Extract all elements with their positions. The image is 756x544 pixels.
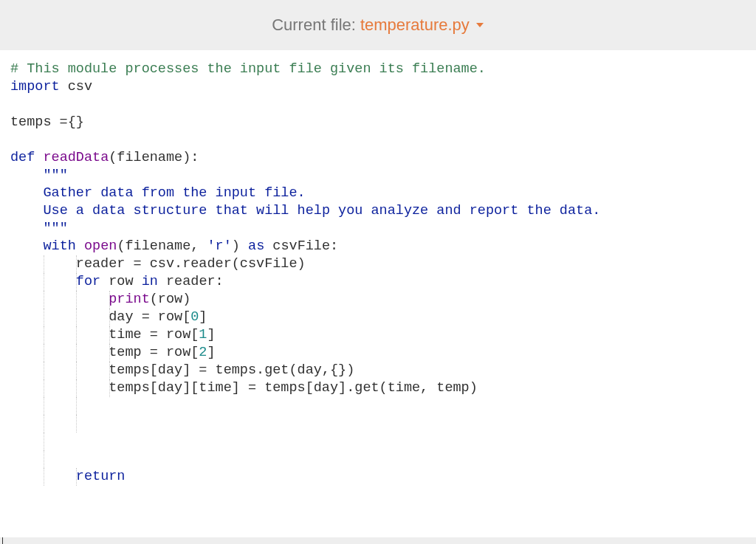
code-line[interactable]: Gather data from the input file. (10, 185, 756, 202)
code-token: reader = csv.reader(csvFile) (10, 256, 306, 272)
indent-guide (76, 468, 77, 486)
indent-guide (76, 379, 77, 397)
code-token: day = row[ (10, 309, 190, 325)
code-token: 0 (190, 309, 199, 325)
code-line[interactable]: """ (10, 167, 756, 185)
code-token: # This module processes the input file g… (10, 61, 486, 77)
code-token (10, 238, 43, 254)
caret-down-icon[interactable] (475, 21, 484, 30)
code-line[interactable]: day = row[0] (10, 309, 756, 326)
code-line[interactable]: temps ={} (10, 114, 756, 131)
code-line[interactable]: import csv (10, 78, 756, 96)
code-token: in (142, 274, 158, 289)
indent-guide (109, 362, 110, 379)
code-token: return (76, 469, 126, 484)
indent-guide (109, 344, 110, 362)
code-token: row (100, 274, 142, 289)
code-token: ] (207, 327, 215, 342)
code-token: (filename): (109, 150, 199, 165)
code-line[interactable]: temps[day][time] = temps[day].get(time, … (10, 379, 756, 397)
code-line[interactable]: temps[day] = temps.get(day,{}) (10, 362, 756, 379)
indent-guide (76, 309, 77, 326)
code-token: (row) (150, 292, 191, 307)
code-line[interactable]: temp = row[2] (10, 344, 756, 362)
code-token: ] (207, 345, 215, 360)
indent-guide (109, 379, 110, 397)
indent-guide (44, 415, 44, 433)
indent-guide (44, 468, 44, 486)
indent-guide (109, 291, 110, 309)
file-header: Current file: temperature.py (0, 0, 756, 50)
code-token: 'r' (207, 238, 232, 254)
code-token: import (10, 79, 60, 94)
code-line[interactable] (10, 96, 756, 114)
code-line[interactable]: reader = csv.reader(csvFile) (10, 255, 756, 273)
code-line[interactable] (10, 486, 756, 503)
code-token: temps ={} (10, 114, 84, 130)
code-line[interactable]: def readData(filename): (10, 149, 756, 167)
code-token: csv (60, 79, 92, 94)
code-token: ] (199, 309, 207, 325)
indent-guide (76, 362, 77, 379)
code-line[interactable] (10, 415, 756, 433)
file-label: Current file: (272, 16, 356, 35)
indent-guide (76, 415, 77, 433)
indent-guide (76, 255, 77, 273)
indent-guide (44, 255, 44, 273)
indent-guide (44, 397, 44, 415)
code-line[interactable] (10, 397, 756, 415)
code-line[interactable]: Use a data structure that will help you … (10, 202, 756, 220)
code-line[interactable]: print(row) (10, 291, 756, 309)
code-token: 1 (199, 327, 207, 342)
indent-guide (76, 273, 77, 291)
code-line[interactable] (10, 433, 756, 450)
indent-guide (44, 291, 44, 309)
code-token: readData (43, 150, 109, 165)
code-token (76, 238, 84, 254)
code-line[interactable]: # This module processes the input file g… (10, 61, 756, 78)
code-line[interactable]: """ (10, 220, 756, 238)
code-token: """ (43, 221, 67, 236)
code-line[interactable]: time = row[1] (10, 326, 756, 344)
indent-guide (44, 362, 44, 379)
code-token: temps[day] = temps.get(day,{}) (10, 362, 354, 378)
file-name-dropdown[interactable]: temperature.py (360, 16, 470, 35)
indent-guide (109, 326, 110, 344)
code-token (35, 150, 43, 165)
code-line[interactable]: with open(filename, 'r') as csvFile: (10, 238, 756, 255)
code-token: for (76, 274, 100, 289)
indent-guide (76, 326, 77, 344)
code-token: print (109, 292, 150, 307)
code-token: 2 (199, 345, 207, 360)
code-token: csvFile: (264, 238, 338, 254)
code-token: ) (232, 238, 248, 254)
indent-guide (76, 344, 77, 362)
code-token: with (43, 238, 75, 254)
code-line[interactable]: for row in reader: (10, 273, 756, 291)
code-line[interactable] (10, 450, 756, 468)
code-token (10, 168, 43, 183)
code-token: (filename, (117, 238, 207, 254)
indent-guide (44, 433, 44, 450)
indent-guide (44, 344, 44, 362)
code-token: reader: (158, 274, 224, 289)
code-token: """ (43, 168, 67, 183)
indent-guide (44, 273, 44, 291)
code-token: def (10, 150, 35, 165)
indent-guide (76, 397, 77, 415)
code-token: Use a data structure that will help you … (43, 203, 600, 218)
code-token (10, 292, 109, 307)
indent-guide (44, 309, 44, 326)
code-token: Gather data from the input file. (43, 185, 305, 201)
code-token: temp = row[ (10, 345, 199, 360)
code-editor[interactable]: # This module processes the input file g… (0, 50, 756, 537)
code-token (10, 221, 43, 236)
code-token: open (84, 238, 117, 254)
indent-guide (44, 379, 44, 397)
indent-guide (109, 309, 110, 326)
code-line[interactable] (10, 131, 756, 149)
indent-guide (44, 450, 44, 468)
indent-guide (44, 326, 44, 344)
bottom-spacer (0, 537, 756, 544)
code-line[interactable]: return (10, 468, 756, 486)
